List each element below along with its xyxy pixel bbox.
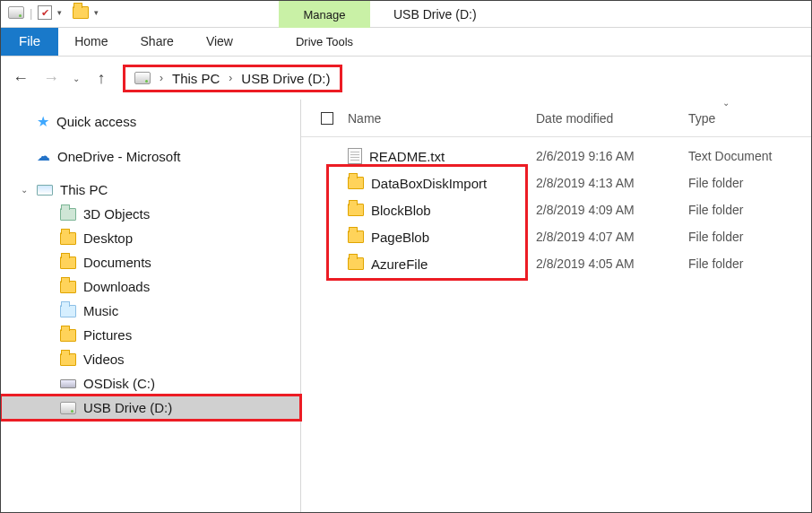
tree-label: Quick access: [56, 114, 136, 129]
tree-label: Documents: [83, 255, 151, 270]
folder-icon[interactable]: [73, 6, 89, 19]
file-name: DataBoxDiskImport: [371, 176, 487, 191]
breadcrumb-segment-usb-drive[interactable]: USB Drive (D:): [241, 71, 330, 86]
file-date: 2/6/2019 9:16 AM: [536, 149, 688, 163]
body: ★ Quick access ☁ OneDrive - Microsoft ⌄ …: [1, 100, 811, 512]
folder-icon: [60, 329, 76, 342]
ribbon-tabs: File Home Share View Drive Tools: [1, 28, 811, 57]
nav-back-icon[interactable]: ←: [12, 69, 30, 88]
tab-view[interactable]: View: [190, 28, 249, 56]
file-name: AzureFile: [371, 256, 428, 272]
file-name: README.txt: [369, 149, 445, 164]
tree-item[interactable]: Downloads: [1, 274, 300, 299]
file-type: File folder: [688, 230, 805, 244]
file-type: File folder: [688, 203, 805, 217]
chevron-right-icon: ›: [160, 72, 163, 84]
file-row[interactable]: DataBoxDiskImport2/8/2019 4:13 AMFile fo…: [301, 170, 811, 196]
nav-up-icon[interactable]: ↑: [92, 69, 110, 88]
chevron-right-icon: ›: [229, 72, 232, 84]
window-title: USB Drive (D:): [379, 1, 477, 22]
tree-item[interactable]: OSDisk (C:): [1, 371, 300, 396]
tree-item[interactable]: Videos: [1, 347, 300, 371]
breadcrumb[interactable]: › This PC › USB Drive (D:): [123, 65, 342, 92]
tree-label: Music: [83, 303, 118, 318]
text-file-icon: [348, 148, 362, 164]
file-type: Text Document: [688, 149, 805, 163]
tab-share[interactable]: Share: [125, 28, 190, 56]
drive-icon: [60, 402, 76, 414]
folder-icon: [348, 204, 364, 216]
file-date: 2/8/2019 4:05 AM: [536, 256, 688, 271]
file-type: File folder: [688, 176, 805, 190]
tree-label: This PC: [60, 182, 108, 197]
drive-icon: [134, 72, 151, 84]
column-date-modified[interactable]: Date modified: [536, 111, 688, 126]
folder-icon: [348, 257, 364, 270]
caret-down-icon[interactable]: ⌄: [21, 185, 30, 195]
tree-label: Videos: [83, 352, 125, 367]
tab-file[interactable]: File: [1, 28, 58, 56]
tree-item[interactable]: Music: [1, 299, 300, 323]
tree-label: Downloads: [83, 279, 150, 294]
pc-icon: [37, 185, 53, 196]
tab-home[interactable]: Home: [58, 28, 124, 56]
title-bar: | ✔ ▾ ▾ Manage USB Drive (D:): [1, 1, 811, 28]
folder-icon: [60, 208, 76, 221]
tree-item[interactable]: USB Drive (D:): [1, 396, 300, 420]
file-date: 2/8/2019 4:09 AM: [536, 203, 688, 217]
nav-forward-icon[interactable]: →: [42, 69, 60, 88]
quick-access-toolbar: | ✔ ▾ ▾: [1, 1, 279, 20]
folder-icon: [60, 256, 76, 269]
navigation-pane: ★ Quick access ☁ OneDrive - Microsoft ⌄ …: [1, 100, 301, 512]
star-icon: ★: [37, 113, 49, 130]
tree-label: Desktop: [83, 230, 133, 246]
folder-icon: [60, 305, 76, 317]
column-headers: Name Date modified Type: [301, 100, 811, 137]
select-all-checkbox[interactable]: [321, 112, 333, 125]
cloud-icon: ☁: [37, 148, 50, 164]
folder-icon: [348, 230, 364, 243]
folder-icon: [60, 281, 76, 293]
address-bar: ← → ⌄ ↑ › This PC › USB Drive (D:): [1, 57, 811, 100]
tree-label: USB Drive (D:): [83, 400, 172, 415]
tree-item[interactable]: Pictures: [1, 323, 300, 347]
tree-item[interactable]: Documents: [1, 250, 300, 274]
column-type[interactable]: Type: [688, 111, 805, 126]
file-row[interactable]: BlockBlob2/8/2019 4:09 AMFile folder: [301, 196, 811, 223]
file-row[interactable]: PageBlob2/8/2019 4:07 AMFile folder: [301, 223, 811, 250]
drive-icon: [8, 6, 24, 19]
qat-dropdown-icon-2[interactable]: ▾: [94, 8, 99, 17]
tree-quick-access[interactable]: ★ Quick access: [1, 109, 300, 135]
sort-caret-icon: ⌄: [722, 98, 730, 108]
tree-label: OSDisk (C:): [83, 376, 155, 391]
folder-icon: [60, 232, 76, 245]
disk-icon: [60, 379, 76, 388]
content-pane: ⌄ Name Date modified Type README.txt2/6/…: [301, 100, 811, 512]
qat-separator: |: [30, 6, 32, 20]
file-list: README.txt2/6/2019 9:16 AMText DocumentD…: [301, 137, 811, 283]
tab-drive-tools[interactable]: Drive Tools: [279, 28, 370, 57]
folder-icon: [348, 177, 364, 189]
nav-history-dropdown-icon[interactable]: ⌄: [73, 74, 80, 83]
column-name[interactable]: Name: [348, 111, 536, 126]
tree-this-pc[interactable]: ⌄ This PC: [1, 178, 300, 202]
tree-label: 3D Objects: [83, 206, 150, 222]
file-name: PageBlob: [371, 230, 429, 245]
folder-icon: [60, 353, 76, 366]
file-row[interactable]: AzureFile2/8/2019 4:05 AMFile folder: [301, 250, 811, 277]
tree-label: OneDrive - Microsoft: [57, 149, 181, 164]
file-type: File folder: [688, 256, 805, 271]
qat-check-icon[interactable]: ✔: [38, 5, 52, 20]
qat-dropdown-icon[interactable]: ▾: [57, 8, 62, 17]
breadcrumb-segment-this-pc[interactable]: This PC: [172, 71, 220, 86]
context-tab-manage[interactable]: Manage: [279, 1, 370, 28]
file-date: 2/8/2019 4:07 AM: [536, 230, 688, 244]
file-row[interactable]: README.txt2/6/2019 9:16 AMText Document: [301, 143, 811, 170]
tree-item[interactable]: 3D Objects: [1, 202, 300, 226]
file-name: BlockBlob: [371, 203, 431, 218]
tree-item[interactable]: Desktop: [1, 226, 300, 250]
tree-onedrive[interactable]: ☁ OneDrive - Microsoft: [1, 143, 300, 169]
tree-label: Pictures: [83, 327, 132, 343]
file-date: 2/8/2019 4:13 AM: [536, 176, 688, 190]
